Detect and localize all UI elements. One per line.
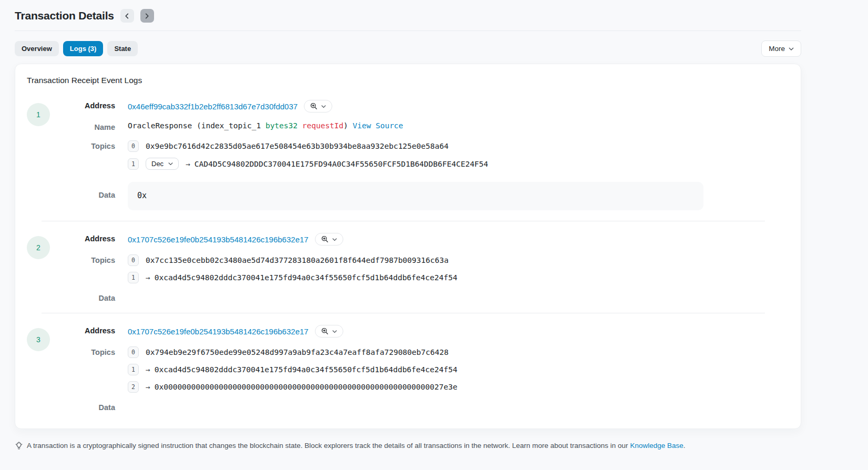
address-label: Address (50, 325, 115, 335)
address-row: Address 0x46eff99cab332f1b2eb2ff6813d67e… (50, 100, 789, 113)
magnifier-plus-icon (321, 236, 329, 243)
topic-1: 1 Dec → CAD4D5C94802DDDC370041E175FD94A0… (128, 158, 488, 170)
name-label: Name (50, 121, 115, 131)
arrow-right-icon: → (146, 383, 150, 391)
event-signature: OracleResponse (index_topic_1 bytes32 re… (128, 121, 403, 130)
address-row: Address 0x1707c526e19fe0b254193b5481426c… (50, 233, 789, 246)
topic-value: 0xcad4d5c94802dddc370041e175fd94a0c34f55… (155, 365, 457, 374)
address-link[interactable]: 0x46eff99cab332f1b2eb2ff6813d67e7d30fdd0… (128, 102, 298, 111)
topic-index-badge: 0 (128, 254, 139, 266)
address-link[interactable]: 0x1707c526e19fe0b254193b5481426c196b632e… (128, 235, 309, 244)
log-divider (42, 221, 765, 221)
log-data-value: 0x (128, 182, 703, 210)
chevron-down-icon (332, 329, 337, 334)
topic-index-badge: 1 (128, 364, 139, 375)
chevron-down-icon (332, 237, 337, 242)
header-divider (15, 30, 801, 31)
topic-index-badge: 1 (128, 158, 139, 170)
topic-format-value: Dec (151, 160, 164, 168)
chevron-down-icon (168, 161, 173, 166)
event-logs-card: Transaction Receipt Event Logs 1 Address… (15, 64, 801, 429)
arrow-right-icon: → (146, 273, 150, 282)
chevron-left-icon (124, 13, 130, 19)
page-container: Transaction Details Overview Logs (3) St… (15, 0, 801, 451)
view-source-link[interactable]: View Source (353, 121, 403, 130)
tab-state[interactable]: State (107, 41, 138, 56)
topic-0: 0 0x9e9bc7616d42c2835d05ae617e508454e63b… (128, 140, 488, 152)
address-label: Address (50, 233, 115, 243)
chevron-down-icon (321, 104, 326, 109)
topic-2: 2 → 0x0000000000000000000000000000000000… (128, 381, 457, 393)
address-label: Address (50, 100, 115, 110)
next-transaction-button[interactable] (140, 9, 154, 23)
topic-index-badge: 2 (128, 381, 139, 393)
topics-label: Topics (50, 140, 115, 150)
data-label: Data (50, 402, 115, 412)
magnifier-plus-icon (321, 328, 329, 335)
log-entry-1: 1 Address 0x46eff99cab332f1b2eb2ff6813d6… (27, 96, 789, 213)
knowledge-base-link[interactable]: Knowledge Base (630, 442, 683, 449)
more-button-label: More (769, 45, 785, 53)
page-title: Transaction Details (15, 9, 114, 22)
topic-index-badge: 0 (128, 346, 139, 358)
topic-1: 1 → 0xcad4d5c94802dddc370041e175fd94a0c3… (128, 272, 457, 283)
data-row: Data (50, 292, 789, 302)
topic-0: 0 0x794eb9e29f6750ede99e05248d997a9ab9fa… (128, 346, 457, 358)
address-row: Address 0x1707c526e19fe0b254193b5481426c… (50, 325, 789, 338)
log-index-badge: 1 (27, 103, 50, 126)
topic-index-badge: 0 (128, 140, 139, 152)
address-zoom-button[interactable] (315, 325, 343, 338)
topics-row: Topics 0 0x9e9bc7616d42c2835d05ae617e508… (50, 140, 789, 170)
event-signature-prefix: OracleResponse (index_topic_1 (128, 121, 265, 130)
topic-value: 0xcad4d5c94802dddc370041e175fd94a0c34f55… (155, 273, 457, 282)
log-index-badge: 3 (27, 328, 50, 351)
data-row: Data 0x (50, 182, 789, 210)
topic-format-dropdown[interactable]: Dec (146, 158, 179, 170)
tab-bar: Overview Logs (3) State More (15, 40, 801, 57)
log-index-badge: 2 (27, 236, 50, 259)
topic-value: CAD4D5C94802DDDC370041E175FD94A0C34F5565… (195, 160, 488, 168)
log-entry-3: 3 Address 0x1707c526e19fe0b254193b548142… (27, 321, 789, 415)
magnifier-plus-icon (310, 103, 318, 110)
topics-label: Topics (50, 254, 115, 264)
page-header: Transaction Details (15, 0, 801, 23)
more-button[interactable]: More (761, 40, 801, 57)
topic-1: 1 → 0xcad4d5c94802dddc370041e175fd94a0c3… (128, 364, 457, 375)
topics-row: Topics 0 0x7cc135e0cebb02c3480ae5d74d377… (50, 254, 789, 283)
event-signature-suffix: ) (343, 121, 352, 130)
data-label: Data (50, 182, 115, 199)
chevron-right-icon (144, 13, 150, 19)
data-label: Data (50, 292, 115, 302)
topics-row: Topics 0 0x794eb9e29f6750ede99e05248d997… (50, 346, 789, 393)
footer-note: A transaction is a cryptographically sig… (15, 441, 801, 451)
arrow-right-icon: → (186, 160, 190, 168)
param-name: requestId (298, 121, 343, 130)
log-divider (42, 313, 765, 313)
prev-transaction-button[interactable] (120, 9, 134, 23)
tab-overview[interactable]: Overview (15, 41, 59, 56)
chevron-down-icon (789, 46, 794, 52)
tab-logs[interactable]: Logs (3) (63, 41, 104, 56)
topic-0: 0 0x7cc135e0cebb02c3480ae5d74d377283180a… (128, 254, 457, 266)
topic-value: 0x794eb9e29f6750ede99e05248d997a9ab9fa23… (146, 348, 448, 356)
address-link[interactable]: 0x1707c526e19fe0b254193b5481426c196b632e… (128, 327, 309, 336)
name-row: Name OracleResponse (index_topic_1 bytes… (50, 121, 789, 131)
topics-label: Topics (50, 346, 115, 356)
lightbulb-icon (15, 442, 23, 450)
param-type: bytes32 (265, 121, 298, 130)
topic-value: 0x7cc135e0cebb02c3480ae5d74d377283180a26… (146, 256, 448, 264)
topic-value: 0x00000000000000000000000000000000000000… (155, 383, 457, 391)
footer-text: A transaction is a cryptographically sig… (27, 441, 685, 451)
log-entry-2: 2 Address 0x1707c526e19fe0b254193b548142… (27, 229, 789, 305)
address-zoom-button[interactable] (315, 233, 343, 246)
topic-index-badge: 1 (128, 272, 139, 283)
topic-value: 0x9e9bc7616d42c2835d05ae617e508454e63b30… (146, 142, 448, 150)
card-heading: Transaction Receipt Event Logs (27, 76, 789, 85)
arrow-right-icon: → (146, 365, 150, 374)
address-zoom-button[interactable] (304, 100, 332, 113)
data-row: Data (50, 402, 789, 412)
